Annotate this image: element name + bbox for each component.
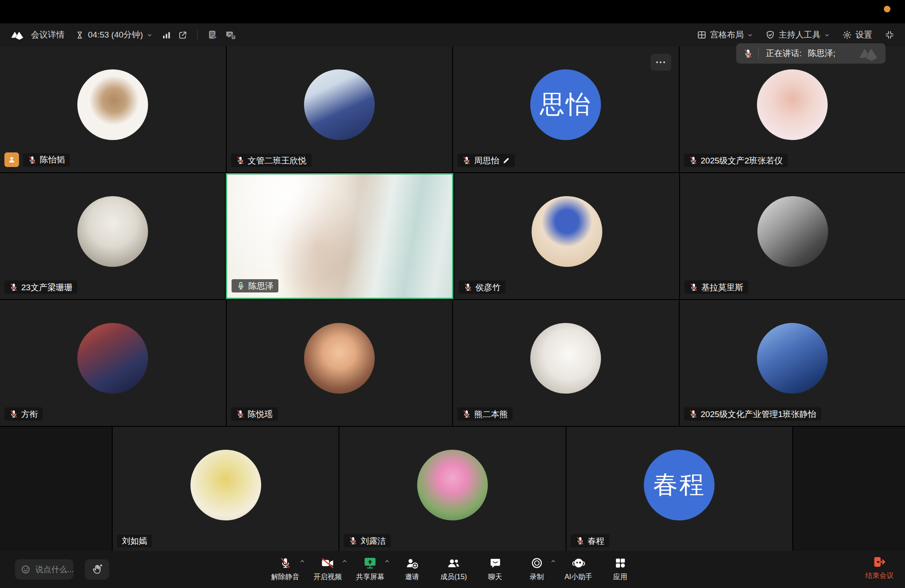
participant-name-bar: 刘露洁 xyxy=(344,534,391,547)
participant-tile[interactable]: 方衔 xyxy=(0,300,226,426)
meeting-timer[interactable]: 04:53 (40分钟) xyxy=(75,29,152,41)
participant-tile[interactable]: 文管二班王欣悦 xyxy=(227,46,452,172)
participant-tile[interactable]: 23文产梁珊珊 xyxy=(0,173,225,299)
toolbar-button-share-screen[interactable]: 共享屏幕 xyxy=(354,555,386,583)
chevron-down-icon xyxy=(147,32,152,38)
participant-name-label: 刘如嫣 xyxy=(117,535,152,547)
system-menu-strip xyxy=(0,0,905,23)
participant-name-bar: 2025级文产2班张若仪 xyxy=(684,154,788,167)
toolbar-button-label: 邀请 xyxy=(405,573,419,582)
participant-name-bar: 陈思泽 xyxy=(232,279,278,292)
toolbar-button-ai-assistant[interactable]: AI小助手 xyxy=(563,555,594,583)
participant-tile[interactable]: 熊二本熊 xyxy=(453,300,679,426)
participant-name-label: 陈怡韬 xyxy=(23,153,70,167)
participant-tile[interactable]: 刘如嫣 xyxy=(113,427,338,553)
participant-name-label: 2025级文产2班张若仪 xyxy=(684,154,788,167)
video-grid: 陈怡韬 文管二班王欣悦 思怡 周思怡 xyxy=(0,46,905,554)
external-link-icon xyxy=(178,30,187,40)
participant-avatar-sketch-character xyxy=(77,196,148,267)
participant-name: 2025级文产2班张若仪 xyxy=(701,156,783,165)
meeting-window: 会议详情 04:53 (40分钟) xyxy=(0,0,905,588)
participant-tile[interactable]: 基拉莫里斯 xyxy=(680,173,905,299)
participant-name: 刘如嫣 xyxy=(122,537,147,545)
chevron-up-icon[interactable] xyxy=(384,558,390,564)
participant-name-label: 文管二班王欣悦 xyxy=(231,154,312,167)
muted-mic-icon xyxy=(462,156,471,165)
muted-mic-icon xyxy=(9,283,18,292)
toolbar-button-members[interactable]: 成员(15) xyxy=(438,555,469,583)
toolbar-button-icon xyxy=(363,556,376,570)
watermark-logo-icon xyxy=(858,46,878,61)
toolbar-button-record[interactable]: 录制 xyxy=(521,555,552,583)
toolbar-button-chat[interactable]: 聊天 xyxy=(479,555,510,583)
muted-mic-icon xyxy=(576,536,585,545)
participant-name: 陈怡韬 xyxy=(40,156,65,164)
toolbar-button-invite[interactable]: 邀请 xyxy=(396,555,427,583)
active-mic-icon xyxy=(236,281,245,290)
muted-mic-icon xyxy=(689,410,698,418)
toolbar-buttons: 解除静音 开启视频 共享屏幕 邀请 成员(15) 聊天 录制 AI小助手 xyxy=(269,555,635,583)
chevron-down-icon xyxy=(747,32,753,38)
chevron-down-icon xyxy=(824,32,830,38)
open-in-new-window-button[interactable] xyxy=(178,30,187,40)
toolbar-button-unmute[interactable]: 解除静音 xyxy=(269,555,301,583)
exit-fullscreen-button[interactable] xyxy=(885,30,894,40)
participant-tile[interactable]: 2025级文化产业管理1班张静怡 xyxy=(680,300,905,426)
toolbar-button-icon xyxy=(279,556,291,570)
raise-hand-button[interactable] xyxy=(85,559,109,580)
participant-tile[interactable]: 侯彦竹 xyxy=(454,173,679,299)
rename-icon[interactable] xyxy=(502,157,510,164)
role-badge xyxy=(4,152,19,167)
participant-avatar-pink-lotus xyxy=(417,450,488,520)
settings-button[interactable]: 设置 xyxy=(842,29,872,41)
chevron-up-icon[interactable] xyxy=(299,558,305,564)
participant-tile[interactable]: 春程 春程 xyxy=(567,427,792,553)
active-speaker-toast: 正在讲话: 陈思泽; xyxy=(736,43,886,64)
speaking-names: 陈思泽; xyxy=(808,48,835,59)
participant-name: 基拉莫里斯 xyxy=(701,283,743,292)
quick-chat-box[interactable] xyxy=(15,559,73,580)
toolbar-button-apps[interactable]: 应用 xyxy=(605,555,636,583)
participant-avatar: 春程 xyxy=(644,450,715,520)
network-signal-button[interactable] xyxy=(162,30,171,39)
grid-layout-label: 宫格布局 xyxy=(710,29,744,41)
participant-tile[interactable]: 刘露洁 xyxy=(339,427,565,553)
toolbar-button-label: 成员(15) xyxy=(440,573,467,582)
gear-icon xyxy=(842,30,852,40)
chevron-up-icon[interactable] xyxy=(550,558,556,564)
captions-translate-button[interactable] xyxy=(225,30,236,40)
topbar-divider xyxy=(197,30,198,40)
toolbar-button-start-video[interactable]: 开启视频 xyxy=(312,555,343,583)
participant-name-bar: 春程 xyxy=(571,534,609,547)
participant-tile-active-speaker[interactable]: 陈思泽 xyxy=(226,173,453,299)
participant-name-bar: 陈怡韬 xyxy=(4,152,70,167)
toolbar-button-icon xyxy=(531,556,543,570)
ai-notes-button[interactable] xyxy=(207,30,218,40)
toolbar-button-label: 共享屏幕 xyxy=(356,573,384,582)
chevron-up-icon[interactable] xyxy=(342,558,347,564)
muted-mic-icon xyxy=(236,156,245,165)
toolbar-button-label: 聊天 xyxy=(488,573,502,582)
muted-mic-icon xyxy=(464,283,472,292)
participant-name: 熊二本熊 xyxy=(474,410,508,418)
participant-tile[interactable]: 陈悦瑶 xyxy=(227,300,452,426)
participant-name: 周思怡 xyxy=(474,156,499,165)
quick-chat-input[interactable] xyxy=(34,565,77,575)
participant-tile[interactable]: 陈怡韬 xyxy=(0,46,226,172)
muted-mic-icon xyxy=(689,283,698,292)
participant-avatar-cartoon-girl-blue-hair xyxy=(532,196,602,267)
participant-name: 文管二班王欣悦 xyxy=(248,156,307,165)
meeting-details-button[interactable]: 会议详情 xyxy=(31,29,65,41)
empty-grid-space xyxy=(793,427,905,553)
participant-tile[interactable]: 2025级文产2班张若仪 xyxy=(680,46,905,172)
more-options-button[interactable] xyxy=(650,54,671,71)
host-tools-button[interactable]: 主持人工具 xyxy=(765,29,830,41)
grid-layout-icon xyxy=(697,30,707,40)
muted-mic-icon xyxy=(743,49,753,58)
captions-translate-icon xyxy=(225,30,236,40)
participant-name: 陈悦瑶 xyxy=(248,410,273,418)
end-meeting-button[interactable]: 结束会议 xyxy=(865,555,894,580)
layout-selector-button[interactable]: 宫格布局 xyxy=(697,29,753,41)
participant-avatar-teddy-bear-sketch xyxy=(77,69,148,140)
participant-tile[interactable]: 思怡 周思怡 xyxy=(453,46,679,172)
